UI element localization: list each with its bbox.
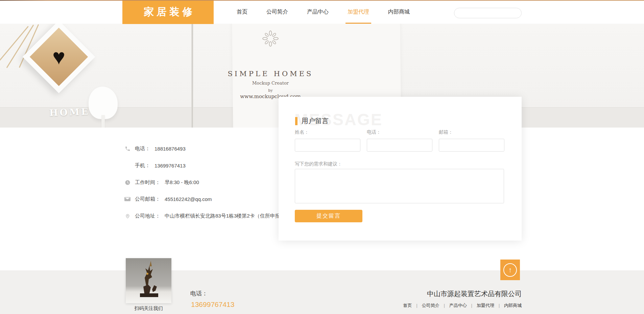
page: 家居装修 首页 公司简介 产品中心 加盟代理 内部商城 ♥ HOME xyxy=(0,0,644,314)
contact-row-mobile: 手机：13699767413 xyxy=(124,162,186,169)
footer xyxy=(0,270,644,314)
nav-item-home[interactable]: 首页 xyxy=(237,0,247,24)
contact-row-hours: 工作时间：早8:30 - 晚6:00 xyxy=(124,179,199,186)
hero-rope xyxy=(0,26,29,66)
title-accent-bar xyxy=(295,117,297,125)
nav-item-products[interactable]: 产品中心 xyxy=(307,0,329,24)
footer-phone-label: 电话： xyxy=(190,290,208,297)
footer-company-name: 中山市源起装置艺术品有限公司 xyxy=(427,289,522,298)
email-input[interactable] xyxy=(439,139,504,152)
hero-card-subtitle: Mockup Creator xyxy=(203,81,338,86)
field-name: 姓名： xyxy=(295,129,360,152)
message-title: 用户留言 xyxy=(302,116,329,126)
hero-home-caption: HOME xyxy=(49,106,90,118)
contact-label: 手机： xyxy=(135,162,150,169)
name-input[interactable] xyxy=(295,139,360,152)
nav-item-mall[interactable]: 内部商城 xyxy=(388,0,410,24)
contact-label: 工作时间： xyxy=(135,179,160,186)
contact-row-address: 公司地址：中山市横栏镇长安北路83号1栋3楼第2卡（住所申报） xyxy=(124,213,285,219)
contact-value: 18816876493 xyxy=(154,146,186,152)
contact-label: 电话： xyxy=(135,145,150,152)
floral-ornament-icon xyxy=(261,29,280,48)
phone-label: 电话： xyxy=(367,129,432,135)
phone-input[interactable] xyxy=(367,139,432,152)
nav-item-franchise[interactable]: 加盟代理 xyxy=(348,0,369,24)
message-titlebar: 用户留言 xyxy=(295,116,329,126)
message-form-card: MESSAGE 用户留言 姓名： 电话： 邮箱： 写下您的需求和建议： 提交留言 xyxy=(279,97,522,241)
top-accent-line xyxy=(0,0,644,1)
contact-row-phone: 电话：18816876493 xyxy=(124,145,186,152)
nav-item-about[interactable]: 公司简介 xyxy=(266,0,288,24)
up-arrow-icon: ↑ xyxy=(503,263,517,277)
scroll-to-top-button[interactable]: ↑ xyxy=(500,260,520,280)
search-box[interactable] xyxy=(454,8,522,18)
search-input[interactable] xyxy=(465,9,524,17)
heart-icon: ♥ xyxy=(33,31,85,83)
main-nav: 首页 公司简介 产品中心 加盟代理 内部商城 xyxy=(237,0,410,24)
contact-value: 455162242@qq.com xyxy=(165,196,212,202)
footer-nav-separator: | xyxy=(444,303,445,308)
contact-label: 公司地址： xyxy=(135,213,160,219)
clock-icon xyxy=(124,180,130,185)
footer-nav-separator: | xyxy=(471,303,472,308)
footer-nav-mall[interactable]: 内部商城 xyxy=(504,302,522,309)
hero-card-title: SIMPLE HOMES xyxy=(203,70,338,78)
contact-value: 13699767413 xyxy=(154,163,186,169)
message-textarea-label: 写下您的需求和建议： xyxy=(295,161,342,167)
footer-nav-separator: | xyxy=(499,303,500,308)
contact-value: 早8:30 - 晚6:00 xyxy=(165,179,199,186)
footer-nav: 首页 | 公司简介 | 产品中心 | 加盟代理 | 内部商城 xyxy=(403,302,522,309)
hero-card-byline: by xyxy=(203,88,338,93)
footer-nav-separator: | xyxy=(416,303,418,308)
footer-qr-image xyxy=(126,258,171,303)
mail-icon xyxy=(124,197,130,202)
email-label: 邮箱： xyxy=(439,129,504,135)
contact-row-email: 公司邮箱：455162242@qq.com xyxy=(124,196,212,202)
footer-nav-home[interactable]: 首页 xyxy=(403,302,412,309)
footer-qr-caption: 扫码关注我们 xyxy=(126,306,171,312)
footer-nav-franchise[interactable]: 加盟代理 xyxy=(477,302,494,309)
message-textarea[interactable] xyxy=(295,169,504,203)
contact-label: 公司邮箱： xyxy=(135,196,160,202)
footer-phone-number: 13699767413 xyxy=(191,300,234,309)
site-logo-text: 家居装修 xyxy=(141,5,195,19)
hero-chair-leg xyxy=(101,115,105,128)
hero-birdhouse: ♥ xyxy=(23,24,95,93)
name-label: 姓名： xyxy=(295,129,360,135)
contact-value: 中山市横栏镇长安北路83号1栋3楼第2卡（住所申报） xyxy=(165,213,285,219)
phone-icon xyxy=(124,146,130,152)
field-email: 邮箱： xyxy=(439,129,504,152)
hero-wall-seam xyxy=(191,24,193,128)
hero-chair xyxy=(89,87,118,119)
submit-message-button[interactable]: 提交留言 xyxy=(295,210,362,222)
footer-nav-about[interactable]: 公司简介 xyxy=(422,302,439,309)
site-logo[interactable]: 家居装修 xyxy=(122,0,214,24)
footer-nav-products[interactable]: 产品中心 xyxy=(449,302,467,309)
field-phone: 电话： xyxy=(367,129,432,152)
location-icon xyxy=(124,213,130,219)
